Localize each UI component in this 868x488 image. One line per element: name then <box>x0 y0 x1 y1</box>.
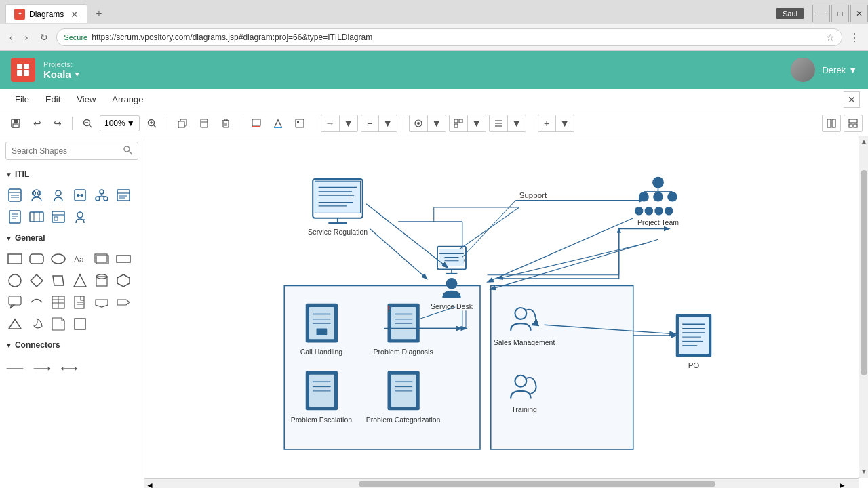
back-button[interactable]: ‹ <box>5 30 17 44</box>
shape-wide-rect[interactable] <box>114 249 133 268</box>
shape-table[interactable] <box>49 293 68 312</box>
diagram-svg: Service Regulation Support <box>144 136 859 478</box>
shape-triangle[interactable] <box>71 271 90 290</box>
shape-cylinder[interactable] <box>92 271 111 290</box>
scroll-down-arrow[interactable]: ▼ <box>859 466 868 476</box>
shape-square[interactable] <box>71 314 90 333</box>
shape-folded[interactable] <box>49 314 68 333</box>
bookmark-icon[interactable]: ☆ <box>826 32 835 43</box>
general-section-header[interactable]: ▼ General <box>0 229 144 247</box>
itil-shape-8[interactable] <box>27 207 46 226</box>
connector-dropdown[interactable]: ▼ <box>379 115 397 132</box>
arrange-dropdown[interactable]: ▼ <box>468 115 486 132</box>
connector-arrow[interactable] <box>33 359 52 378</box>
save-button[interactable] <box>5 115 26 132</box>
delete-button[interactable] <box>216 115 235 132</box>
align-button[interactable] <box>490 115 508 132</box>
vertical-scroll-thumb[interactable] <box>861 170 867 375</box>
shape-diamond[interactable] <box>27 271 46 290</box>
line-color-button[interactable] <box>269 115 288 132</box>
call-handling-node[interactable]: Call Handling <box>300 304 343 357</box>
shape-doc[interactable] <box>71 293 90 312</box>
itil-shape-9[interactable] <box>49 207 68 226</box>
connectors-section-header[interactable]: ▼ Connectors <box>0 336 144 354</box>
minimize-button[interactable]: — <box>812 5 830 22</box>
close-window-button[interactable]: ✕ <box>850 5 868 22</box>
shape-group-button[interactable] <box>410 115 428 132</box>
menu-view[interactable]: View <box>70 92 102 107</box>
align-dropdown[interactable]: ▼ <box>508 115 526 132</box>
connector-double-arrow[interactable] <box>60 359 79 378</box>
itil-shape-3[interactable] <box>49 186 68 205</box>
itil-shape-5[interactable] <box>92 186 111 205</box>
search-box[interactable] <box>5 142 138 160</box>
shape-style-button[interactable] <box>290 115 309 132</box>
shape-text[interactable]: Aa <box>71 249 90 268</box>
undo-button[interactable]: ↩ <box>28 115 46 132</box>
itil-shape-6[interactable] <box>114 186 133 205</box>
cut-button[interactable] <box>195 115 214 132</box>
project-name[interactable]: Koala ▼ <box>43 68 81 80</box>
tab-close-button[interactable]: ✕ <box>71 9 79 20</box>
menu-arrange[interactable]: Arrange <box>105 92 150 107</box>
fill-color-button[interactable] <box>247 115 266 132</box>
shape-arrow-rect[interactable] <box>114 293 133 312</box>
plus-group: + ▼ <box>538 115 574 132</box>
add-dropdown[interactable]: ▼ <box>556 115 574 132</box>
format-panel-button[interactable] <box>822 115 841 132</box>
itil-shape-1[interactable] <box>5 186 24 205</box>
forward-button[interactable]: › <box>21 30 33 44</box>
service-regulation-node[interactable]: Service Regulation <box>308 179 368 236</box>
panel-close-button[interactable]: ✕ <box>844 92 860 108</box>
canvas-area[interactable]: Service Regulation Support <box>144 136 868 488</box>
arrow-dropdown[interactable]: ▼ <box>340 115 357 132</box>
horizontal-scroll-thumb[interactable] <box>359 481 716 487</box>
copy-button[interactable] <box>173 115 192 132</box>
connector-button[interactable]: ⌐ <box>361 115 379 132</box>
shape-ellipse[interactable] <box>49 249 68 268</box>
scroll-right-arrow[interactable]: ► <box>838 481 846 488</box>
new-tab-button[interactable]: + <box>90 5 107 22</box>
add-button[interactable]: + <box>538 115 556 132</box>
vertical-scrollbar[interactable]: ▲ ▼ <box>859 136 868 478</box>
connector-line[interactable] <box>5 359 24 378</box>
menu-edit[interactable]: Edit <box>39 92 67 107</box>
shape-double-rect[interactable] <box>92 249 111 268</box>
redo-button[interactable]: ↪ <box>49 115 66 132</box>
scroll-left-arrow[interactable]: ◄ <box>146 481 154 488</box>
arrow-button[interactable]: → <box>321 115 340 132</box>
menu-file[interactable]: File <box>8 92 36 107</box>
active-tab[interactable]: ✦ Diagrams ✕ <box>5 4 87 23</box>
itil-shape-2[interactable] <box>27 186 46 205</box>
more-options-button[interactable]: ⋮ <box>846 31 863 44</box>
shape-rect-rounded[interactable] <box>27 249 46 268</box>
shape-rect[interactable] <box>5 249 24 268</box>
itil-section-header[interactable]: ▼ ITIL <box>0 165 144 183</box>
zoom-control[interactable]: 100% ▼ <box>100 115 140 131</box>
itil-shape-7[interactable] <box>5 207 24 226</box>
search-input[interactable] <box>12 146 123 156</box>
zoom-in-button[interactable] <box>142 115 161 132</box>
zoom-out-button[interactable] <box>78 115 97 132</box>
address-box[interactable]: Secure https://scrum.vpository.com/diagr… <box>56 28 842 46</box>
shape-parallelogram[interactable] <box>49 271 68 290</box>
itil-shape-4[interactable] <box>71 186 90 205</box>
shape-arc[interactable] <box>27 293 46 312</box>
diagram-canvas[interactable]: Service Regulation Support <box>144 136 859 478</box>
shape-group-dropdown[interactable]: ▼ <box>428 115 446 132</box>
arrange-button[interactable] <box>450 115 468 132</box>
shape-circle[interactable] <box>5 271 24 290</box>
maximize-button[interactable]: □ <box>831 5 849 22</box>
search-icon-button[interactable] <box>123 145 132 157</box>
shape-hexagon[interactable] <box>114 271 133 290</box>
shape-triangle-2[interactable] <box>5 314 24 333</box>
itil-shape-10[interactable] <box>71 207 90 226</box>
scroll-up-arrow[interactable]: ▲ <box>859 136 868 146</box>
shape-banner[interactable] <box>92 293 111 312</box>
shape-callout[interactable] <box>5 293 24 312</box>
horizontal-scrollbar[interactable]: ◄ ► <box>144 478 859 488</box>
shape-crescent[interactable] <box>27 314 46 333</box>
refresh-button[interactable]: ↻ <box>36 30 52 44</box>
user-name[interactable]: Derek ▼ <box>822 65 857 75</box>
layout-panel-button[interactable] <box>844 115 863 132</box>
